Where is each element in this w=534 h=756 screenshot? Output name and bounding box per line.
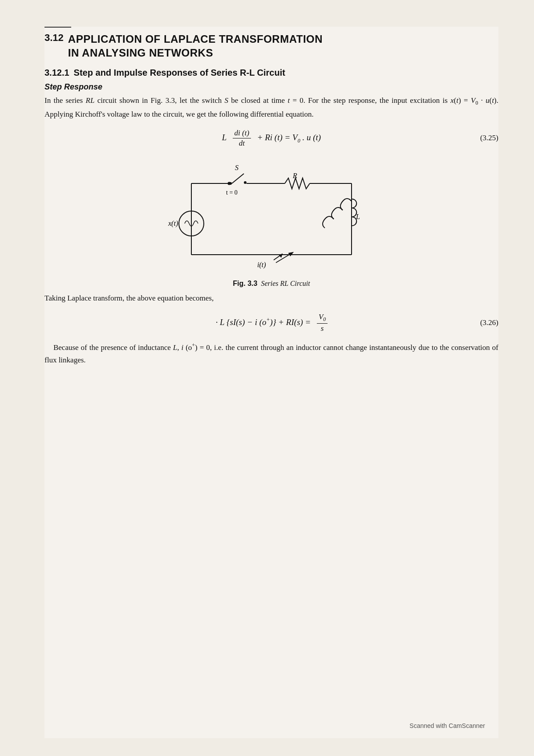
v0-numerator: V0 <box>317 313 328 324</box>
fraction-numerator: di (t) <box>233 129 251 138</box>
svg-text:t = 0: t = 0 <box>226 189 238 196</box>
svg-text:x(t): x(t) <box>168 219 178 228</box>
svg-line-20 <box>276 255 289 263</box>
paragraph1: In the series RL circuit shown in Fig. 3… <box>44 94 498 120</box>
section-heading: 3.12 APPLICATION OF LAPLACE TRANSFORMATI… <box>44 32 498 60</box>
circuit-diagram-container: S R L <box>44 157 498 288</box>
page-content: 3.12 APPLICATION OF LAPLACE TRANSFORMATI… <box>44 27 498 738</box>
fraction-denominator: dt <box>237 138 247 148</box>
equation-3-26: · L {sI(s) − i (o+)} + RI(s) = V0 s (3.2… <box>44 313 498 333</box>
subsection-title: Step and Impulse Responses of Series R-L… <box>74 68 285 78</box>
paragraph3: Because of the presence of inductance L,… <box>44 341 498 366</box>
subsection-heading: 3.12.1 Step and Impulse Responses of Ser… <box>44 68 498 78</box>
svg-line-2 <box>232 174 244 183</box>
equation-number-3-25: (3.25) <box>480 134 498 142</box>
section-title-line1: APPLICATION OF LAPLACE TRANSFORMATION <box>68 32 323 46</box>
equation-3-25-content: L di (t) dt + Ri (t) = V0 . u (t) <box>222 129 321 148</box>
s-denominator: s <box>319 324 326 333</box>
equation-3-25: L di (t) dt + Ri (t) = V0 . u (t) (3.25) <box>44 129 498 148</box>
top-divider <box>44 27 71 28</box>
fig-caption-text: Series RL Circuit <box>261 280 310 287</box>
svg-text:i(t): i(t) <box>257 261 266 269</box>
section-title-line2: IN ANALYSING NETWORKS <box>68 46 323 60</box>
subsection-number: 3.12.1 <box>44 68 69 78</box>
fig-label: Fig. 3.3 <box>233 280 257 287</box>
circuit-svg: S R L <box>160 157 383 277</box>
step-response-heading: Step Response <box>44 82 498 92</box>
fraction-di-dt: di (t) dt <box>233 129 251 148</box>
equation-3-26-content: · L {sI(s) − i (o+)} + RI(s) = V0 s <box>214 313 330 333</box>
fraction-v0-s: V0 s <box>317 313 328 333</box>
equation-number-3-26: (3.26) <box>480 318 498 327</box>
section-title: APPLICATION OF LAPLACE TRANSFORMATION IN… <box>68 32 323 60</box>
svg-point-3 <box>244 181 247 184</box>
svg-point-22 <box>228 182 231 185</box>
scanner-text: Scanned with CamScanner <box>409 722 485 729</box>
svg-text:S: S <box>235 164 239 171</box>
fig-caption: Fig. 3.3 Series RL Circuit <box>233 280 310 288</box>
svg-text:R: R <box>292 172 297 179</box>
section-number: 3.12 <box>44 32 64 44</box>
paragraph2: Taking Laplace transform, the above equa… <box>44 292 498 305</box>
